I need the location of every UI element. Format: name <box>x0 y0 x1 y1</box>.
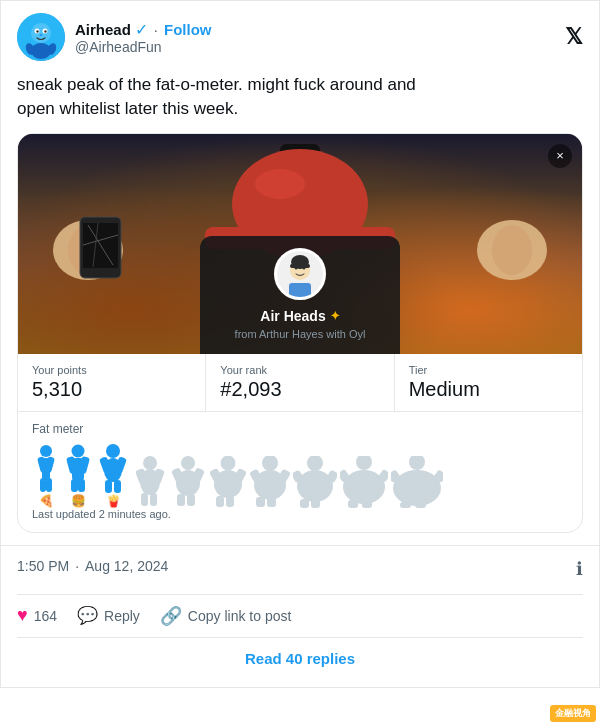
fat-meter-updated: Last updated 2 minutes ago. <box>32 508 568 520</box>
tweet-container: Airhead ✓ · Follow @AirheadFun 𝕏 sneak p… <box>0 0 600 688</box>
profile-card-overlay: Air Heads ✦ from Arthur Hayes with Oyl <box>200 236 400 354</box>
user-handle: @AirheadFun <box>75 39 212 55</box>
user-name: Airhead <box>75 21 131 38</box>
figure-5-svg <box>170 456 206 508</box>
heart-icon: ♥ <box>17 605 28 626</box>
svg-rect-34 <box>46 478 52 492</box>
svg-point-84 <box>393 470 441 506</box>
figure-1: 🍕 <box>32 444 60 508</box>
svg-rect-51 <box>141 493 148 506</box>
figure-1-svg <box>32 444 60 496</box>
svg-point-47 <box>143 456 157 470</box>
figure-7 <box>250 456 290 508</box>
svg-point-6 <box>40 34 43 36</box>
likes-count: 164 <box>34 608 57 624</box>
svg-point-29 <box>40 445 52 457</box>
figure-3: 🍟 <box>96 444 130 508</box>
svg-rect-46 <box>114 480 121 493</box>
figure-4 <box>133 456 167 508</box>
copy-label: Copy link to post <box>188 608 292 624</box>
copy-link-button[interactable]: 🔗 Copy link to post <box>160 605 292 627</box>
stat-rank: Your rank #2,093 <box>206 354 394 411</box>
svg-rect-39 <box>71 479 78 492</box>
svg-rect-82 <box>362 500 372 508</box>
reactions-row: ♥ 164 💬 Reply 🔗 Copy link to post <box>17 595 583 638</box>
reply-icon: 💬 <box>77 605 98 626</box>
tweet-footer: 1:50 PM · Aug 12, 2024 ℹ ♥ 164 💬 Reply 🔗… <box>1 545 599 687</box>
x-logo[interactable]: 𝕏 <box>565 24 583 50</box>
verified-badge: ✓ <box>135 20 148 39</box>
stats-area: Your points 5,310 Your rank #2,093 Tier … <box>18 354 582 412</box>
figure-8 <box>293 456 337 508</box>
svg-point-4 <box>36 30 38 32</box>
svg-rect-52 <box>150 493 157 506</box>
svg-point-12 <box>255 169 305 199</box>
svg-rect-75 <box>300 499 309 508</box>
stat-points: Your points 5,310 <box>18 354 206 411</box>
svg-rect-40 <box>78 479 85 492</box>
svg-rect-28 <box>289 283 311 297</box>
svg-point-77 <box>356 456 372 470</box>
svg-rect-76 <box>311 499 320 508</box>
watermark: 金融视角 <box>550 705 596 722</box>
fat-meter-label: Fat meter <box>32 422 568 436</box>
time-separator: · <box>75 558 79 574</box>
rank-value: #2,093 <box>220 378 379 401</box>
svg-point-41 <box>106 444 120 458</box>
tweet-text: sneak peak of the fat-o-meter. might fuc… <box>1 69 599 133</box>
svg-rect-87 <box>400 502 411 508</box>
svg-rect-33 <box>40 478 46 492</box>
svg-point-16 <box>492 225 532 275</box>
reply-label: Reply <box>104 608 140 624</box>
figure-6-svg <box>209 456 247 508</box>
user-name-row: Airhead ✓ · Follow <box>75 20 212 39</box>
read-replies-button[interactable]: Read 40 replies <box>17 638 583 679</box>
profile-card-sub: from Arthur Hayes with Oyl <box>235 328 366 340</box>
time-info-row: 1:50 PM · Aug 12, 2024 ℹ <box>17 554 583 595</box>
points-value: 5,310 <box>32 378 191 401</box>
card-verified: ✦ <box>330 309 340 323</box>
tier-value: Medium <box>409 378 568 401</box>
tweet-card: Air Heads ✦ from Arthur Hayes with Oyl ×… <box>17 133 583 533</box>
tweet-time: 1:50 PM · Aug 12, 2024 <box>17 554 168 584</box>
like-button[interactable]: ♥ 164 <box>17 605 57 626</box>
svg-rect-64 <box>226 496 234 507</box>
svg-rect-63 <box>216 496 224 507</box>
profile-card-avatar <box>274 248 326 300</box>
card-image: Air Heads ✦ from Arthur Hayes with Oyl × <box>18 134 582 354</box>
svg-rect-27 <box>290 264 310 268</box>
svg-point-59 <box>221 456 236 471</box>
svg-point-5 <box>44 30 46 32</box>
time-value: 1:50 PM <box>17 558 69 574</box>
user-info: Airhead ✓ · Follow @AirheadFun <box>75 20 212 55</box>
points-label: Your points <box>32 364 191 376</box>
follow-button[interactable]: Follow <box>164 21 212 38</box>
fat-meter-area: Fat meter 🍕 <box>18 412 582 532</box>
info-icon[interactable]: ℹ <box>576 558 583 580</box>
figure-9 <box>340 456 388 508</box>
svg-point-35 <box>72 444 85 457</box>
svg-point-65 <box>262 456 278 471</box>
figure-9-svg <box>340 456 388 508</box>
close-button[interactable]: × <box>548 144 572 168</box>
date-value: Aug 12, 2024 <box>85 558 168 574</box>
svg-point-71 <box>307 456 323 471</box>
tweet-header: Airhead ✓ · Follow @AirheadFun 𝕏 <box>1 1 599 69</box>
avatar[interactable] <box>17 13 65 61</box>
figure-7-svg <box>250 456 290 508</box>
figure-2-svg <box>63 444 93 496</box>
svg-rect-81 <box>348 500 358 508</box>
link-icon: 🔗 <box>160 605 182 627</box>
stat-tier: Tier Medium <box>395 354 582 411</box>
tier-label: Tier <box>409 364 568 376</box>
svg-rect-70 <box>267 497 276 507</box>
figure-3-svg <box>96 444 130 496</box>
profile-card-name: Air Heads ✦ <box>260 308 339 324</box>
figure-2: 🍔 <box>63 444 93 508</box>
svg-rect-88 <box>415 502 426 508</box>
figure-4-svg <box>133 456 167 508</box>
broken-phone <box>78 215 123 280</box>
fat-meter-figures: 🍕 🍔 <box>32 444 568 508</box>
reply-button[interactable]: 💬 Reply <box>77 605 140 626</box>
figure-8-svg <box>293 456 337 508</box>
